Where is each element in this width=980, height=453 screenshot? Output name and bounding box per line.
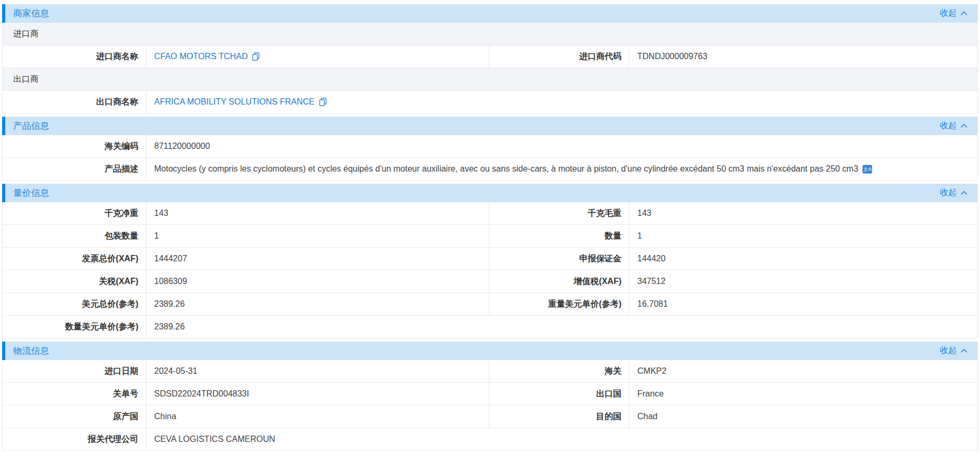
usd-total-label: 美元总价(参考)	[3, 293, 146, 315]
invoice-total-value: 1444207	[146, 248, 489, 270]
customs-duty-label: 关税(XAF)	[3, 270, 146, 292]
customs-agent-label: 报关代理公司	[3, 428, 146, 450]
gross-weight-label: 千克毛重	[489, 202, 629, 224]
collapse-label: 收起	[940, 345, 957, 356]
table-row: 产品描述 Motocycles (y compris les cyclomote…	[3, 158, 977, 181]
destination-country-value: Chad	[629, 405, 977, 428]
importer-name-link[interactable]: CFAO MOTORS TCHAD	[154, 52, 248, 61]
product-table: 海关编码 871120000000 产品描述 Motocycles (y com…	[2, 135, 978, 181]
quantity-price-section-header: 量价信息 收起	[2, 184, 978, 202]
copy-icon[interactable]	[319, 98, 327, 106]
collapse-button[interactable]: 收起	[940, 345, 967, 356]
package-qty-value: 1	[146, 225, 489, 247]
declared-deposit-label: 申报保证金	[489, 248, 629, 270]
table-row: 报关代理公司 CEVA LOGISTICS CAMEROUN	[3, 428, 977, 451]
section-title: 产品信息	[13, 120, 49, 132]
copy-icon[interactable]	[252, 52, 260, 61]
subsection-label: 出口商	[13, 74, 39, 85]
table-row: 包装数量 1 数量 1	[3, 225, 977, 248]
usd-total-value: 2389.26	[146, 293, 489, 315]
merchant-section-header: 商家信息 收起	[2, 4, 978, 23]
usd-unit-qty-label: 数量美元单价(参考)	[3, 316, 146, 338]
translate-icon[interactable]: 文A	[862, 165, 872, 174]
merchant-table: 进口商 进口商名称 CFAO MOTORS TCHAD 进口商代码 TDNDJ0…	[2, 23, 978, 114]
exporter-name-label: 出口商名称	[3, 91, 146, 113]
chevron-up-icon	[960, 11, 967, 16]
origin-country-value: China	[146, 405, 489, 428]
collapse-button[interactable]: 收起	[940, 187, 967, 199]
package-qty-label: 包装数量	[3, 225, 146, 247]
table-row: 美元总价(参考) 2389.26 重量美元单价(参考) 16.7081	[3, 293, 977, 316]
product-desc-label: 产品描述	[3, 158, 146, 180]
chevron-up-icon	[960, 348, 967, 353]
section-title: 量价信息	[13, 187, 49, 199]
section-merchant-info: 商家信息 收起 进口商 进口商名称 CFAO MOTORS TCHAD 进口商代…	[2, 4, 978, 114]
subsection-importer: 进口商	[3, 23, 977, 45]
chevron-up-icon	[960, 124, 967, 128]
section-product-info: 产品信息 收起 海关编码 871120000000 产品描述 Motocycle…	[2, 117, 978, 181]
importer-code-label: 进口商代码	[489, 45, 629, 68]
collapse-button[interactable]: 收起	[940, 120, 967, 131]
section-title: 物流信息	[13, 345, 49, 357]
customs-record-detail: 商家信息 收起 进口商 进口商名称 CFAO MOTORS TCHAD 进口商代…	[2, 4, 978, 451]
table-row: 原产国 China 目的国 Chad	[3, 405, 977, 428]
vat-label: 增值税(XAF)	[489, 270, 629, 292]
customs-value: CMKP2	[629, 360, 977, 382]
logistics-table: 进口日期 2024-05-31 海关 CMKP2 关单号 SDSD22024TR…	[2, 360, 978, 451]
import-date-value: 2024-05-31	[146, 360, 489, 382]
collapse-button[interactable]: 收起	[940, 8, 967, 19]
net-weight-label: 千克净重	[3, 202, 146, 224]
declaration-no-label: 关单号	[3, 383, 146, 405]
hs-code-value: 871120000000	[146, 135, 977, 157]
origin-country-label: 原产国	[3, 405, 146, 428]
collapse-label: 收起	[940, 187, 957, 199]
importer-code-value: TDNDJ000009763	[629, 45, 977, 68]
customs-duty-value: 1086309	[146, 270, 489, 292]
customs-agent-value: CEVA LOGISTICS CAMEROUN	[146, 428, 977, 450]
table-row: 出口商名称 AFRICA MOBILITY SOLUTIONS FRANCE	[3, 91, 977, 114]
table-row: 千克净重 143 千克毛重 143	[3, 202, 977, 225]
section-logistics-info: 物流信息 收起 进口日期 2024-05-31 海关 CMKP2 关单号 SDS…	[2, 342, 978, 451]
vat-value: 347512	[629, 270, 977, 292]
subsection-exporter: 出口商	[3, 68, 977, 91]
usd-unit-qty-value: 2389.26	[146, 316, 977, 338]
table-row: 关税(XAF) 1086309 增值税(XAF) 347512	[3, 270, 977, 293]
usd-unit-weight-label: 重量美元单价(参考)	[489, 293, 629, 315]
logistics-section-header: 物流信息 收起	[2, 342, 978, 360]
declaration-no-value: SDSD22024TRD004833I	[146, 383, 489, 405]
exporter-name-cell: AFRICA MOBILITY SOLUTIONS FRANCE	[146, 91, 977, 113]
hs-code-label: 海关编码	[3, 135, 146, 157]
subsection-label: 进口商	[13, 29, 39, 40]
table-row: 发票总价(XAF) 1444207 申报保证金 144420	[3, 248, 977, 270]
export-country-value: France	[629, 383, 977, 405]
chevron-up-icon	[960, 191, 967, 195]
invoice-total-label: 发票总价(XAF)	[3, 248, 146, 270]
table-row: 海关编码 871120000000	[3, 135, 977, 158]
exporter-name-link[interactable]: AFRICA MOBILITY SOLUTIONS FRANCE	[154, 97, 315, 107]
import-date-label: 进口日期	[3, 360, 146, 382]
svg-text:文A: 文A	[863, 166, 872, 172]
net-weight-value: 143	[146, 202, 489, 224]
product-desc-text: Motocycles (y compris les cyclomoteurs) …	[154, 164, 858, 174]
table-row: 数量美元单价(参考) 2389.26	[3, 316, 977, 338]
destination-country-label: 目的国	[489, 405, 629, 428]
gross-weight-value: 143	[629, 202, 977, 224]
quantity-price-table: 千克净重 143 千克毛重 143 包装数量 1 数量 1 发票总价(XAF) …	[2, 202, 978, 338]
declared-deposit-value: 144420	[629, 248, 977, 270]
table-row: 关单号 SDSD22024TRD004833I 出口国 France	[3, 383, 977, 405]
product-desc-cell: Motocycles (y compris les cyclomoteurs) …	[146, 158, 977, 180]
quantity-value: 1	[629, 225, 977, 247]
collapse-label: 收起	[940, 8, 957, 19]
table-row: 进口日期 2024-05-31 海关 CMKP2	[3, 360, 977, 383]
product-section-header: 产品信息 收起	[2, 117, 978, 135]
export-country-label: 出口国	[489, 383, 629, 405]
section-quantity-price-info: 量价信息 收起 千克净重 143 千克毛重 143 包装数量 1 数量 1 发票…	[2, 184, 978, 338]
quantity-label: 数量	[489, 225, 629, 247]
section-title: 商家信息	[13, 7, 49, 20]
importer-name-label: 进口商名称	[3, 45, 146, 68]
usd-unit-weight-value: 16.7081	[629, 293, 977, 315]
collapse-label: 收起	[940, 120, 957, 131]
importer-name-cell: CFAO MOTORS TCHAD	[146, 45, 489, 68]
customs-label: 海关	[489, 360, 629, 382]
table-row: 进口商名称 CFAO MOTORS TCHAD 进口商代码 TDNDJ00000…	[3, 45, 977, 68]
